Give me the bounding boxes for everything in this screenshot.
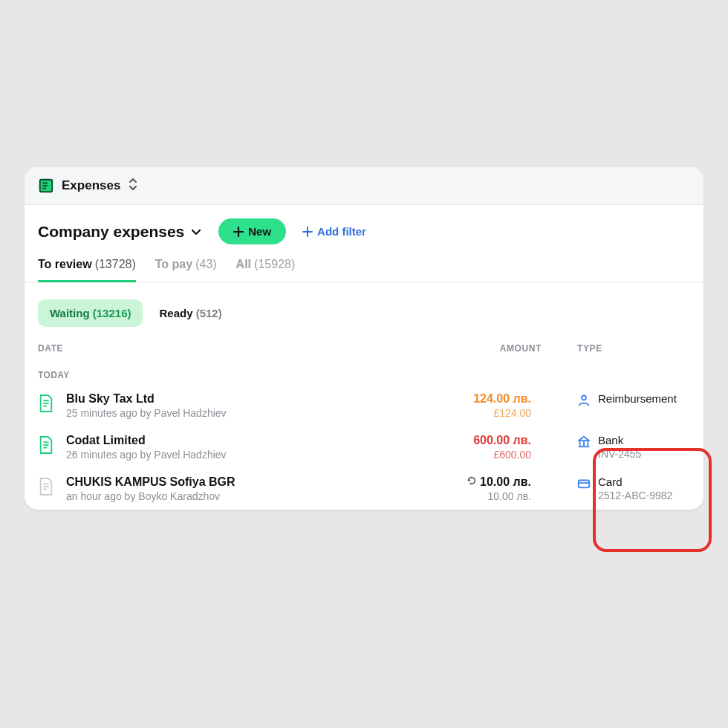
amount-sub: £600.00 [383,449,531,461]
subfilters: Waiting (13216) Ready (512) [25,283,703,327]
card-title: Expenses [62,178,120,193]
type-label: Card [598,475,672,488]
section-today: TODAY [25,360,703,385]
amount-value: 10.00 лв. [480,475,531,489]
plus-icon [302,227,313,237]
filter-ready[interactable]: Ready (512) [156,299,224,327]
chevron-down-icon [190,226,202,238]
plus-icon [233,227,244,237]
svg-rect-23 [579,481,589,488]
add-filter-button[interactable]: Add filter [302,225,366,238]
col-date: DATE [38,343,393,354]
column-headers: DATE AMOUNT TYPE [25,327,703,360]
filter-label: Ready [159,307,192,319]
tab-label: To pay [155,258,192,271]
row-title: Blu Sky Tax Ltd [66,392,372,406]
new-button[interactable]: New [218,218,286,244]
card-icon [577,477,591,490]
row-subtitle: 26 minutes ago by Pavel Hadzhiev [66,449,372,461]
row-subtitle: 25 minutes ago by Pavel Hadzhiev [66,407,372,419]
svg-point-12 [582,396,586,400]
add-filter-label: Add filter [317,225,366,238]
document-icon [38,435,56,456]
tab-label: All [236,258,251,271]
row-amount: 10.00 лв. 10.00 лв. [383,475,531,502]
row-main: Blu Sky Tax Ltd 25 minutes ago by Pavel … [66,392,372,419]
new-button-label: New [248,225,271,238]
page-title: Company expenses [38,223,184,241]
expenses-app-icon [38,178,54,194]
page-title-dropdown[interactable]: Company expenses [38,223,202,241]
bank-icon [577,435,591,449]
filter-count: (512) [196,307,222,319]
expense-row[interactable]: Codat Limited 26 minutes ago by Pavel Ha… [25,426,703,468]
document-icon [38,394,56,415]
col-amount: AMOUNT [393,343,542,354]
filter-waiting[interactable]: Waiting (13216) [38,299,143,327]
type-label: Bank [598,434,641,446]
row-subtitle: an hour ago by Boyko Karadzhov [66,490,372,502]
row-type: Card 2512-ABC-9982 [542,475,690,501]
recurring-icon [467,475,477,489]
tab-to-review[interactable]: To review (13728) [38,258,136,282]
amount-sub: £124.00 [383,407,531,419]
tab-count: (15928) [254,258,295,271]
card-header: Expenses [25,167,703,205]
document-icon [38,477,56,498]
row-main: Codat Limited 26 minutes ago by Pavel Ha… [66,434,372,461]
row-amount: 600.00 лв. £600.00 [383,434,531,461]
row-amount: 124.00 лв. £124.00 [383,392,531,419]
expense-row[interactable]: Blu Sky Tax Ltd 25 minutes ago by Pavel … [25,385,703,426]
toolbar: Company expenses New Add filter [25,205,703,244]
type-sub: 2512-ABC-9982 [598,490,672,501]
sort-updown-icon[interactable] [128,178,138,194]
tabs: To review (13728) To pay (43) All (15928… [25,244,703,283]
rows: Blu Sky Tax Ltd 25 minutes ago by Pavel … [25,385,703,510]
tab-count: (43) [195,258,216,271]
expense-row[interactable]: CHUKIS KAMPUS Sofiya BGR an hour ago by … [25,468,703,510]
row-main: CHUKIS KAMPUS Sofiya BGR an hour ago by … [66,475,372,502]
amount-sub: 10.00 лв. [383,490,531,502]
amount-value: 124.00 лв. [473,392,531,406]
row-title: CHUKIS KAMPUS Sofiya BGR [66,475,372,489]
filter-count: (13216) [93,307,131,319]
type-label: Reimbursement [598,392,677,405]
tab-count: (13728) [95,258,136,271]
expenses-card: Expenses Company expenses New [25,167,703,510]
tab-label: To review [38,258,92,271]
tab-all[interactable]: All (15928) [236,258,296,282]
amount-value: 600.00 лв. [473,434,531,447]
row-type: Bank INV-2455 [542,434,690,460]
col-type: TYPE [542,343,690,354]
type-sub: INV-2455 [598,448,641,460]
row-title: Codat Limited [66,434,372,447]
row-type: Reimbursement [542,392,690,407]
tab-to-pay[interactable]: To pay (43) [155,258,217,282]
person-icon [577,394,591,407]
filter-label: Waiting [50,307,90,319]
